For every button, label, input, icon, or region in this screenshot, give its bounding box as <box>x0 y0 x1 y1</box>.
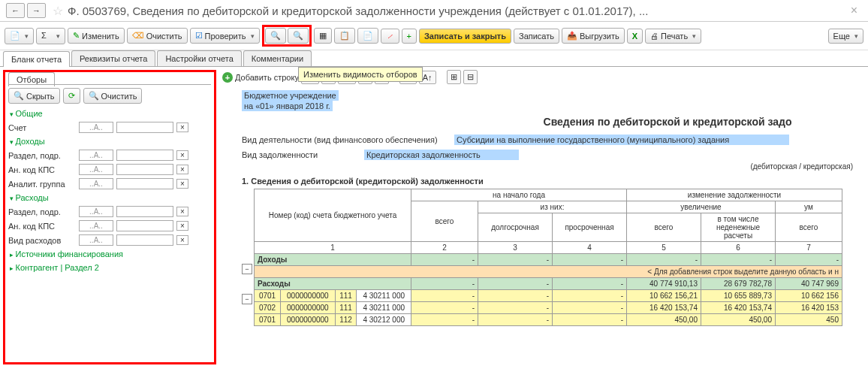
clear-button[interactable]: ⌫Очистить <box>127 28 188 44</box>
group-income[interactable]: Доходы <box>8 135 211 148</box>
collapse-income[interactable]: − <box>242 264 252 274</box>
th-total1: всего <box>411 201 478 242</box>
group-sources[interactable]: Источники финансирования <box>8 247 211 261</box>
group-expense[interactable]: Расходы <box>8 191 211 204</box>
add-button[interactable]: + <box>402 29 417 44</box>
section-1-header: 1. Сведения о дебиторской (кредиторской)… <box>242 171 868 189</box>
kps-e-op[interactable] <box>79 220 113 231</box>
th-total3: всего <box>776 213 842 242</box>
edit-button[interactable]: ✎Изменить <box>68 28 125 44</box>
filter-reset-button[interactable]: 🔍 <box>288 28 309 44</box>
th-longterm: долгосрочная <box>478 213 553 242</box>
analyt-op[interactable] <box>79 178 113 189</box>
print-button[interactable]: 🖨Печать <box>645 29 701 44</box>
save-button[interactable]: Записать <box>514 29 559 44</box>
tab-comments[interactable]: Комментарии <box>243 50 312 66</box>
analyt-clear[interactable]: × <box>176 179 188 189</box>
clear-filters-button[interactable]: 🔍Очистить <box>83 88 143 104</box>
section-i-op[interactable] <box>79 150 113 161</box>
add-row-button[interactable]: +Добавить строку <box>222 72 299 83</box>
add-note-row[interactable]: < Для добавления строк выделите данную о… <box>255 266 842 278</box>
kps-i-clear[interactable]: × <box>176 165 188 174</box>
debt-label: Вид задолженности <box>242 150 362 159</box>
th-increase: увеличение <box>627 201 776 213</box>
label-section-e: Раздел, подр. <box>8 207 76 216</box>
section-e-op[interactable] <box>79 206 113 217</box>
label-section-i: Раздел, подр. <box>8 151 76 160</box>
label-analyt: Аналит. группа <box>8 180 76 189</box>
back-button[interactable]: ← <box>6 3 25 18</box>
tab-blank[interactable]: Бланк отчета <box>3 51 70 67</box>
data-table: Номер (код) счета бюджетного учета на на… <box>254 189 842 326</box>
check-button[interactable]: ☑Проверить <box>190 28 260 44</box>
collapse-button[interactable]: ⊟ <box>463 70 478 84</box>
report-menu-button[interactable]: 📄 <box>5 28 34 44</box>
table-row[interactable]: 0701 0000000000 111 4 30211 000 --- 10 6… <box>255 290 842 302</box>
export-button[interactable]: 📤Выгрузить <box>562 28 625 44</box>
th-noncash: в том числе неденежные расчеты <box>701 213 776 242</box>
forward-button[interactable]: → <box>27 3 46 18</box>
income-row[interactable]: Доходы ------ <box>255 254 842 266</box>
account-op-input[interactable] <box>79 122 113 133</box>
report-date: на «01» января 2018 г. <box>242 101 333 111</box>
tab-settings[interactable]: Настройки отчета <box>157 50 241 66</box>
section-i-clear[interactable]: × <box>176 150 188 160</box>
expand-button[interactable]: ⊞ <box>447 70 461 84</box>
page-title: Ф. 0503769, Сведения по дебиторской и кр… <box>68 5 846 17</box>
group-common[interactable]: Общие <box>8 107 211 120</box>
th-overdue: просроченная <box>553 213 627 242</box>
exptype-op[interactable] <box>79 234 113 246</box>
section-i-val[interactable] <box>116 150 173 161</box>
excel-button[interactable]: X <box>627 29 643 44</box>
sum-menu-button[interactable]: Σ <box>36 28 65 44</box>
debt-note: (дебиторская / кредиторская) <box>242 162 868 171</box>
label-exptype: Вид расходов <box>8 236 76 245</box>
group-counterparty[interactable]: Контрагент | Раздел 2 <box>8 261 211 274</box>
table-row[interactable]: 0701 0000000000 112 4 30212 000 --- 450,… <box>255 314 842 326</box>
th-start: на начало года <box>411 189 627 201</box>
tooltip: Изменить видимость отборов <box>298 67 423 82</box>
activity-value[interactable]: Субсидии на выполнение государственного … <box>454 135 789 145</box>
save-close-button[interactable]: Записать и закрыть <box>419 29 511 44</box>
refresh-filters-button[interactable]: ⟳ <box>63 88 80 104</box>
expense-row[interactable]: Расходы --- 40 774 910,13 28 679 782,78 … <box>255 278 842 290</box>
filters-sidebar: Отборы 🔍Скрыть ⟳ 🔍Очистить Общие Счет × … <box>3 70 216 364</box>
label-kps-e: Ан. код КПС <box>8 222 76 231</box>
debt-value[interactable]: Кредиторская задолженность <box>364 150 519 160</box>
tab-requisites[interactable]: Реквизиты отчета <box>71 50 155 66</box>
activity-label: Вид деятельности (вид финансового обеспе… <box>242 135 452 144</box>
label-account: Счет <box>8 123 76 132</box>
close-icon[interactable]: × <box>846 4 862 17</box>
th-ofthem: из них: <box>478 201 627 213</box>
filter-visibility-button[interactable]: 🔍 <box>265 28 286 44</box>
table-row[interactable]: 0702 0000000000 111 4 30211 000 --- 16 4… <box>255 302 842 314</box>
account-clear[interactable]: × <box>176 122 188 132</box>
copy-button[interactable]: 📋 <box>334 28 355 44</box>
kps-i-val[interactable] <box>116 164 173 175</box>
kps-i-op[interactable] <box>79 164 113 175</box>
section-e-clear[interactable]: × <box>176 207 188 216</box>
strike-button[interactable]: ⟋ <box>381 29 399 44</box>
account-val-input[interactable] <box>116 122 173 133</box>
analyt-val[interactable] <box>116 178 173 189</box>
section-e-val[interactable] <box>116 206 173 217</box>
hide-filters-button[interactable]: 🔍Скрыть <box>8 88 60 104</box>
th-account: Номер (код) счета бюджетного учета <box>255 189 411 242</box>
more-button[interactable]: Еще <box>828 29 863 44</box>
exptype-val[interactable] <box>116 234 173 246</box>
exptype-clear[interactable]: × <box>176 235 188 245</box>
label-kps-i: Ан. код КПС <box>8 165 76 174</box>
th-change: изменение задолженности <box>627 189 842 201</box>
doc-title: Сведения по дебиторской и кредиторской з… <box>242 111 868 132</box>
paste-button[interactable]: 📄 <box>357 28 378 44</box>
th-total2: всего <box>627 213 701 242</box>
th-decrease: ум <box>776 201 842 213</box>
kps-e-clear[interactable]: × <box>176 221 188 231</box>
favorite-icon[interactable]: ☆ <box>53 4 63 18</box>
org-name: Бюджетное учреждение <box>242 90 339 101</box>
grid-button[interactable]: ▦ <box>314 28 332 44</box>
collapse-expense[interactable]: − <box>242 294 252 304</box>
kps-e-val[interactable] <box>116 220 173 231</box>
